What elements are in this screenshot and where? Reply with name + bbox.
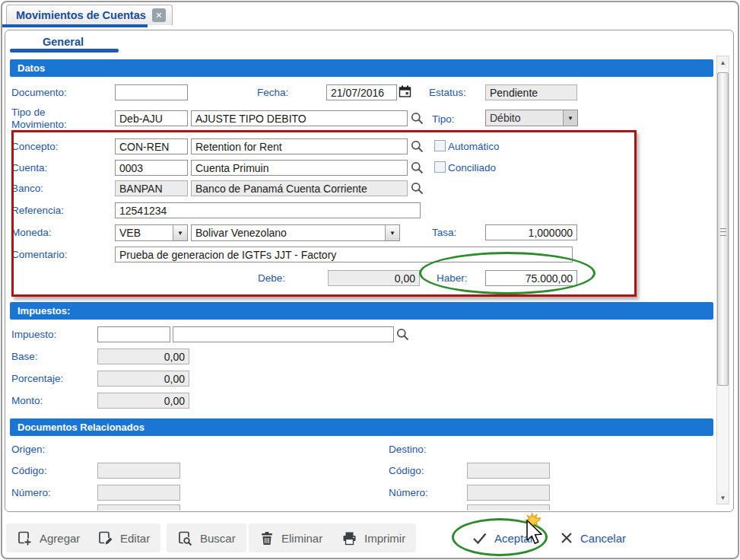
debe-label: Debe:	[258, 272, 285, 284]
comentario-input[interactable]	[115, 247, 573, 262]
referencia-label: Referencia:	[11, 205, 64, 216]
fecha-label: Fecha:	[257, 87, 288, 98]
documento-input[interactable]	[115, 84, 188, 100]
moneda-code-dropdown[interactable]: VEB ▼	[115, 224, 188, 241]
cuenta-label: Cuenta:	[11, 162, 47, 173]
base-field	[97, 348, 189, 364]
chevron-down-icon[interactable]: ▼	[563, 110, 577, 126]
porcentaje-label: Porcentaje:	[11, 373, 63, 384]
tab-general[interactable]: General	[43, 36, 84, 48]
origen-codigo-field	[97, 463, 180, 479]
form-panel: General Datos Documento: Fecha: Estatus:…	[5, 30, 734, 512]
imprimir-button[interactable]: Imprimir	[331, 523, 416, 552]
destino-label: Destino:	[389, 444, 427, 455]
tipo-movimiento-label: Tipo de Movimiento:	[11, 107, 67, 131]
monto-label: Monto:	[11, 395, 43, 406]
automatico-label: Automático	[448, 141, 500, 152]
buscar-button[interactable]: Buscar	[167, 523, 246, 552]
section-header-datos: Datos	[10, 59, 713, 77]
trash-icon	[259, 530, 275, 546]
check-icon	[472, 531, 488, 546]
origen-codigo-label: Código:	[11, 465, 47, 476]
monto-field	[97, 393, 189, 409]
vertical-scrollbar[interactable]: ▲ ▼	[716, 56, 729, 504]
cuenta-code-input[interactable]	[115, 160, 188, 176]
impuesto-desc-input[interactable]	[173, 326, 394, 342]
conciliado-checkbox[interactable]	[434, 161, 446, 173]
tipo-movimiento-code-input[interactable]	[115, 110, 188, 126]
scroll-down-button[interactable]: ▼	[717, 492, 729, 504]
destino-numero-field	[467, 485, 550, 501]
impuesto-label: Impuesto:	[11, 329, 56, 340]
estatus-label: Estatus:	[429, 87, 466, 98]
section-header-documentos: Documentos Relacionados	[10, 418, 713, 436]
close-icon[interactable]: ✕	[152, 8, 166, 22]
eliminar-button[interactable]: Eliminar	[249, 523, 333, 552]
impuesto-code-input[interactable]	[97, 326, 170, 342]
editar-button[interactable]: Editar	[87, 523, 160, 552]
debe-field	[328, 270, 420, 286]
tasa-label: Tasa:	[432, 227, 456, 238]
search-icon[interactable]	[396, 328, 409, 341]
origen-numero-label: Número:	[11, 487, 51, 498]
tipo-movimiento-desc-input[interactable]	[191, 110, 408, 126]
documento-label: Documento:	[11, 87, 67, 98]
origen-numero-field	[97, 485, 180, 501]
destino-extra-field	[467, 504, 550, 511]
destino-codigo-label: Código:	[389, 465, 424, 476]
estatus-field	[485, 84, 577, 100]
haber-label: Haber:	[437, 272, 468, 284]
tipo-dropdown[interactable]: Débito ▼	[485, 110, 578, 126]
tasa-input[interactable]	[485, 224, 577, 240]
tab-movimientos-de-cuentas[interactable]: Movimientos de Cuentas ✕	[6, 5, 173, 25]
destino-numero-label: Número:	[389, 487, 428, 498]
printer-icon	[341, 530, 357, 546]
add-document-icon	[17, 530, 33, 546]
tab-title: Movimientos de Cuentas	[16, 9, 146, 21]
cuenta-desc-input[interactable]	[191, 160, 408, 176]
banco-label: Banco:	[11, 183, 43, 194]
tab-general-indicator	[10, 49, 119, 52]
app-window: Movimientos de Cuentas ✕ General Datos D…	[0, 0, 740, 560]
aceptar-button[interactable]: Aceptar	[461, 523, 545, 552]
concepto-code-input[interactable]	[115, 138, 188, 154]
conciliado-label: Conciliado	[448, 162, 496, 173]
search-icon[interactable]	[411, 112, 424, 125]
fecha-input[interactable]	[326, 84, 397, 100]
search-icon[interactable]	[411, 182, 424, 195]
origen-extra-field	[97, 504, 180, 511]
agregar-button[interactable]: Agregar	[6, 523, 91, 552]
search-icon[interactable]	[411, 161, 424, 174]
porcentaje-field	[97, 371, 189, 387]
referencia-input[interactable]	[115, 202, 421, 218]
base-label: Base:	[11, 351, 38, 362]
scroll-up-button[interactable]: ▲	[717, 56, 729, 68]
cancelar-button[interactable]: Cancelar	[549, 523, 637, 552]
banco-desc-field	[191, 180, 408, 196]
concepto-desc-input[interactable]	[191, 138, 408, 154]
origen-label: Origen:	[11, 444, 45, 455]
chevron-down-icon[interactable]: ▼	[385, 225, 399, 240]
section-header-impuestos: Impuestos:	[10, 302, 713, 320]
active-tab-indicator	[2, 24, 148, 27]
moneda-label: Moneda:	[11, 227, 52, 238]
concepto-label: Concepto:	[11, 141, 59, 152]
comentario-label: Comentario:	[11, 249, 68, 260]
haber-input[interactable]	[485, 270, 577, 286]
automatico-checkbox[interactable]	[434, 140, 446, 151]
banco-code-field	[115, 180, 188, 196]
clipped-row	[5, 502, 713, 511]
search-document-icon	[177, 530, 193, 546]
moneda-desc-dropdown[interactable]: Bolivar Venezolano ▼	[191, 224, 400, 241]
scrollbar-thumb[interactable]	[717, 72, 729, 386]
edit-document-icon	[97, 530, 113, 546]
search-icon[interactable]	[411, 140, 424, 153]
tipo-label: Tipo:	[432, 113, 455, 125]
x-icon	[560, 531, 573, 545]
scrollbar-grip-icon	[720, 228, 726, 236]
destino-codigo-field	[467, 463, 550, 479]
chevron-down-icon[interactable]: ▼	[173, 225, 187, 240]
calendar-icon[interactable]	[399, 85, 411, 98]
